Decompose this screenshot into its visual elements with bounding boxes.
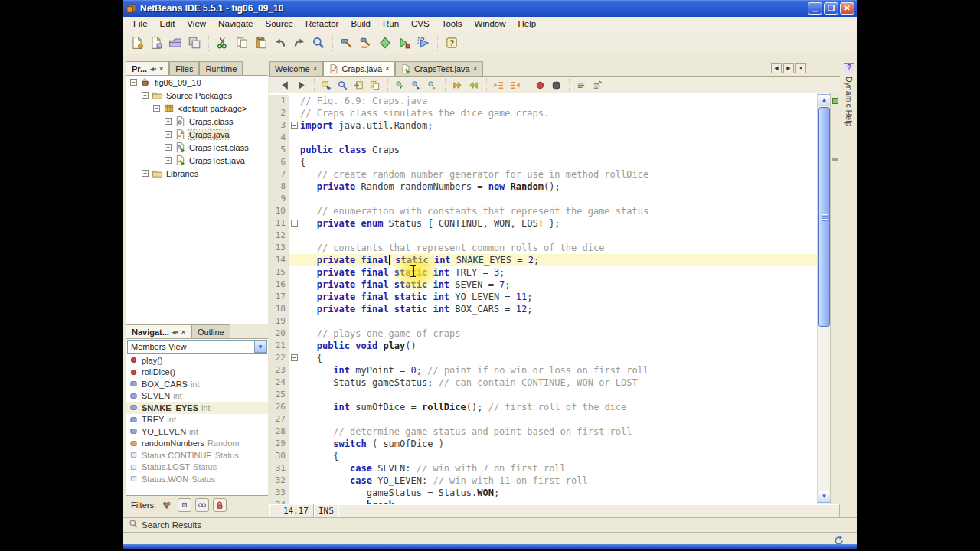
navigator-tab-outline[interactable]: Outline (191, 324, 230, 338)
code-line[interactable]: 13 // constants that represent common ro… (270, 242, 817, 254)
projects-tab-runtime[interactable]: Runtime (199, 61, 243, 75)
fold-margin[interactable] (289, 450, 300, 462)
code-line[interactable]: 24 Status gameStatus; // can contain CON… (270, 377, 817, 389)
fold-margin[interactable] (289, 487, 300, 499)
line-number[interactable]: 14 (270, 254, 289, 266)
line-number[interactable]: 18 (270, 303, 289, 315)
line-number[interactable]: 16 (270, 279, 289, 291)
member-rolldice-[interactable]: rollDice() (126, 367, 268, 379)
chevron-down-icon[interactable]: ▼ (254, 341, 266, 353)
titlebar[interactable]: NetBeans IDE 5.5.1 - fig06_09_10 _ ❐ ✕ (122, 0, 858, 17)
jump-page-icon[interactable] (351, 78, 367, 93)
fold-margin[interactable] (289, 107, 300, 119)
code-editor[interactable]: 1// Fig. 6.9: Craps.java2// Craps class … (270, 93, 840, 504)
fold-margin[interactable]: − (289, 119, 300, 132)
prev-occurrence-icon[interactable] (392, 78, 408, 93)
code-line[interactable]: 4 (270, 132, 817, 144)
fold-margin[interactable] (289, 242, 300, 254)
code-line[interactable]: 33 gameStatus = Status.WON; (270, 487, 817, 499)
menu-build[interactable]: Build (345, 18, 377, 30)
filter-dots-button[interactable] (160, 498, 174, 512)
uncomment-lines-icon[interactable] (590, 78, 606, 93)
fold-margin[interactable] (289, 389, 300, 401)
clean-build-main-project-button[interactable] (356, 33, 375, 52)
member-status-won[interactable]: Status.WONStatus (126, 473, 268, 485)
line-number[interactable]: 10 (270, 205, 289, 217)
fold-toggle-icon[interactable]: − (291, 354, 298, 361)
save-all-button[interactable] (185, 33, 204, 52)
line-number[interactable]: 19 (270, 315, 289, 328)
line-number[interactable]: 4 (270, 132, 289, 144)
menu-help[interactable]: Help (511, 18, 542, 30)
line-number[interactable]: 2 (270, 107, 289, 119)
close-icon[interactable]: × (313, 65, 318, 73)
line-number[interactable]: 26 (270, 401, 289, 413)
fold-margin[interactable] (289, 413, 300, 425)
stop-macro-recording-icon[interactable] (548, 78, 564, 93)
tree-expander-icon[interactable]: − (142, 92, 149, 99)
code-line[interactable]: 18 private final static int BOX_CARS = 1… (270, 303, 817, 315)
code-line[interactable]: 1// Fig. 6.9: Craps.java (270, 95, 817, 107)
line-number[interactable]: 20 (270, 328, 289, 340)
code-line[interactable]: 16 private final static int SEVEN = 7; (270, 279, 817, 291)
line-number[interactable]: 8 (270, 181, 289, 193)
help-button[interactable]: ? (442, 33, 461, 52)
pin-icon[interactable]: ◂▪ (150, 66, 156, 72)
tree-expander-icon[interactable]: + (165, 144, 172, 151)
code-line[interactable]: 19 (270, 315, 817, 328)
fold-margin[interactable] (289, 156, 300, 168)
tree-expander-icon[interactable]: + (142, 170, 149, 177)
scrollbar-thumb[interactable] (818, 107, 830, 327)
line-number[interactable]: 23 (270, 364, 289, 377)
pages-icon[interactable] (367, 78, 383, 93)
debug-main-project-button[interactable] (394, 33, 413, 52)
shift-line-left-icon[interactable] (491, 78, 507, 93)
fold-margin[interactable] (289, 168, 300, 181)
scroll-tabs-left-icon[interactable]: ◀ (771, 63, 782, 73)
member-snake-eyes[interactable]: SNAKE_EYESint (126, 402, 268, 414)
code-line[interactable]: 25 (270, 389, 817, 401)
pin-icon[interactable]: ◂▪ (172, 329, 178, 335)
fold-margin[interactable] (289, 438, 300, 450)
line-number[interactable]: 9 (270, 193, 289, 205)
fold-margin[interactable] (289, 181, 300, 193)
code-line[interactable]: 28 // determine game status and point ba… (270, 425, 817, 438)
copy-button[interactable] (232, 33, 251, 52)
fold-margin[interactable] (289, 303, 300, 315)
line-number[interactable]: 24 (270, 377, 289, 389)
fold-margin[interactable] (289, 254, 300, 266)
close-icon[interactable]: × (473, 65, 478, 73)
close-icon[interactable]: × (385, 65, 390, 73)
code-line[interactable]: 5public class Craps (270, 144, 817, 156)
next-bookmark-icon[interactable] (449, 78, 466, 93)
navigator-tab-navigat-[interactable]: Navigat...◂▪× (126, 324, 191, 338)
next-occurrence-icon[interactable] (408, 78, 424, 93)
comment-lines-icon[interactable] (573, 78, 590, 93)
scroll-tabs-right-icon[interactable]: ▶ (783, 63, 794, 73)
tree-item-source-packages[interactable]: −Source Packages (126, 89, 268, 102)
member-play-[interactable]: play() (126, 354, 268, 367)
line-number[interactable]: 15 (270, 266, 289, 279)
find-occurrence-icon[interactable] (335, 78, 351, 93)
fold-margin[interactable] (289, 266, 300, 279)
fold-margin[interactable] (289, 462, 300, 474)
tree-expander-icon[interactable]: − (130, 79, 137, 86)
line-number[interactable]: 13 (270, 242, 289, 254)
editor-tab-crapstest-java[interactable]: CrapsTest.java× (395, 61, 483, 76)
scroll-up-icon[interactable]: ▲ (818, 94, 831, 106)
member-seven[interactable]: SEVENint (126, 390, 268, 403)
line-number[interactable]: 17 (270, 291, 289, 303)
line-number[interactable]: 21 (270, 340, 289, 352)
tree-item-libraries[interactable]: +Libraries (126, 167, 268, 180)
code-line[interactable]: 11− private enum Status { CONTINUE, WON,… (270, 217, 817, 230)
restore-button[interactable]: ❐ (824, 2, 838, 15)
new-file-button[interactable] (127, 33, 146, 52)
toggle-bookmark-icon[interactable] (424, 78, 440, 93)
fold-toggle-icon[interactable]: − (291, 122, 298, 129)
tree-item-craps-class[interactable]: +Craps.class (126, 115, 268, 128)
fold-margin[interactable] (289, 291, 300, 303)
open-project-button[interactable] (165, 33, 185, 52)
code-line[interactable]: 15 private final static int TREY = 3; (270, 266, 817, 279)
line-number[interactable]: 27 (270, 413, 289, 425)
fold-margin[interactable] (289, 132, 300, 144)
